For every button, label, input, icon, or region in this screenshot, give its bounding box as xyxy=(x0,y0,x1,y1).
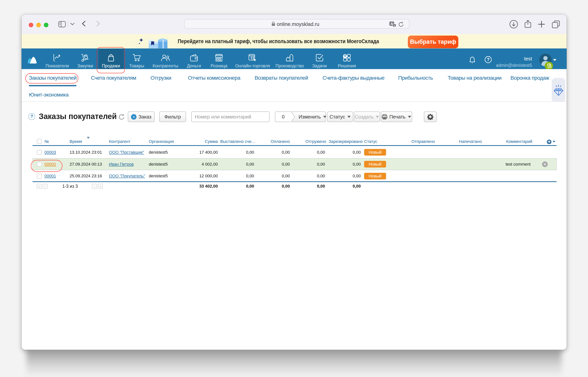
svg-text:x: x xyxy=(394,24,395,27)
svg-text:0: 0 xyxy=(282,114,285,120)
svg-text:?: ? xyxy=(487,57,489,62)
